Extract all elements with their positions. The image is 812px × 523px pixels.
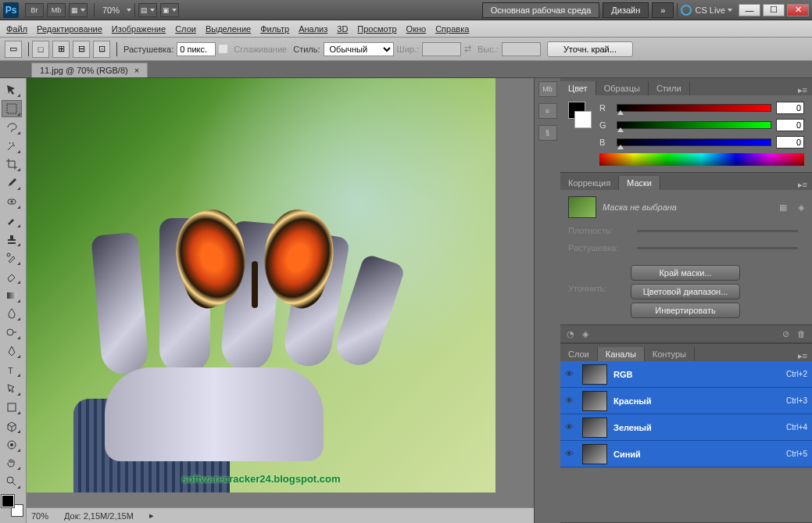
color-bg-swatch[interactable] xyxy=(574,111,592,128)
channel-row[interactable]: RGBCtrl+2 xyxy=(560,361,812,388)
type-tool-icon[interactable]: T xyxy=(2,361,22,378)
close-button[interactable]: ✕ xyxy=(787,4,809,16)
dock-brush-icon[interactable]: § xyxy=(538,125,557,141)
color-ramp[interactable] xyxy=(599,153,804,166)
g-slider[interactable] xyxy=(617,121,771,129)
zoom-dropdown-icon[interactable] xyxy=(127,9,131,12)
menu-analysis[interactable]: Анализ xyxy=(299,24,327,34)
feather-input[interactable] xyxy=(177,42,216,56)
arrange-docs-icon[interactable]: ▤ xyxy=(138,3,157,17)
panel-menu-icon[interactable]: ▸≡ xyxy=(793,85,812,95)
3d-tool-icon[interactable] xyxy=(2,417,22,435)
menu-help[interactable]: Справка xyxy=(435,24,469,34)
view-extras-icon[interactable]: ▦ xyxy=(69,3,88,17)
status-doc-size[interactable]: Док: 2,15M/2,15M xyxy=(64,511,134,521)
menu-3d[interactable]: 3D xyxy=(337,24,348,34)
tab-layers[interactable]: Слои xyxy=(560,347,598,361)
tool-preset-icon[interactable]: ▭ xyxy=(5,41,22,58)
b-value-input[interactable] xyxy=(776,136,804,149)
3d-camera-tool-icon[interactable] xyxy=(2,436,22,453)
workspace-button-design[interactable]: Дизайн xyxy=(603,2,649,18)
lasso-tool-icon[interactable] xyxy=(2,119,22,136)
eraser-tool-icon[interactable] xyxy=(2,268,22,285)
path-select-tool-icon[interactable] xyxy=(2,380,22,397)
g-value-input[interactable] xyxy=(776,119,804,131)
tab-adjustments[interactable]: Коррекция xyxy=(560,176,619,190)
healing-tool-icon[interactable] xyxy=(2,193,22,210)
foreground-color-swatch[interactable] xyxy=(2,495,14,507)
menu-window[interactable]: Окно xyxy=(406,24,427,34)
dock-minibridge-icon[interactable]: Mb xyxy=(538,81,557,97)
menu-edit[interactable]: Редактирование xyxy=(37,24,102,34)
menu-view[interactable]: Просмотр xyxy=(357,24,396,34)
history-brush-tool-icon[interactable] xyxy=(2,249,22,267)
dodge-tool-icon[interactable] xyxy=(2,324,22,341)
brush-tool-icon[interactable] xyxy=(2,212,22,229)
shape-tool-icon[interactable] xyxy=(2,399,22,416)
visibility-eye-icon[interactable] xyxy=(565,449,576,460)
status-zoom[interactable]: 70% xyxy=(31,511,48,521)
r-slider[interactable] xyxy=(617,104,771,112)
wand-tool-icon[interactable] xyxy=(2,138,22,155)
menu-layer[interactable]: Слои xyxy=(175,24,196,34)
mask-delete-icon[interactable]: 🗑 xyxy=(797,329,806,339)
mask-apply-icon[interactable]: ◈ xyxy=(582,329,588,339)
style-select[interactable]: Обычный xyxy=(324,42,394,56)
dock-history-icon[interactable]: ≡ xyxy=(538,103,557,119)
visibility-eye-icon[interactable] xyxy=(565,396,576,407)
tab-styles[interactable]: Стили xyxy=(649,81,690,95)
workspace-button-essentials[interactable]: Основная рабочая среда xyxy=(482,2,600,18)
r-value-input[interactable] xyxy=(776,102,804,114)
refine-edge-button[interactable]: Уточн. край... xyxy=(547,41,633,57)
pen-tool-icon[interactable] xyxy=(2,342,22,360)
bridge-icon[interactable]: Br xyxy=(25,3,44,17)
blur-tool-icon[interactable] xyxy=(2,306,22,323)
selection-intersect-icon[interactable]: ⊡ xyxy=(93,41,110,58)
tab-paths[interactable]: Контуры xyxy=(645,347,695,361)
screen-mode-icon[interactable]: ▣ xyxy=(160,3,179,17)
minimize-button[interactable]: — xyxy=(739,4,760,16)
mask-load-selection-icon[interactable]: ◔ xyxy=(567,329,574,339)
vector-mask-icon[interactable]: ◈ xyxy=(798,202,804,213)
panel-menu-icon[interactable]: ▸≡ xyxy=(793,351,812,361)
color-range-button[interactable]: Цветовой диапазон... xyxy=(631,284,740,299)
menu-select[interactable]: Выделение xyxy=(206,24,251,34)
b-slider[interactable] xyxy=(617,138,771,146)
menu-filter[interactable]: Фильтр xyxy=(260,24,289,34)
workspace-more-icon[interactable]: » xyxy=(652,2,674,18)
channel-row[interactable]: СинийCtrl+5 xyxy=(560,441,812,467)
channel-row[interactable]: КрасныйCtrl+3 xyxy=(560,388,812,414)
invert-button[interactable]: Инвертировать xyxy=(631,303,740,318)
tab-channels[interactable]: Каналы xyxy=(598,347,645,361)
gradient-tool-icon[interactable] xyxy=(2,287,22,304)
tab-masks[interactable]: Маски xyxy=(619,176,660,190)
stamp-tool-icon[interactable] xyxy=(2,231,22,248)
zoom-tool-icon[interactable] xyxy=(2,473,22,490)
crop-tool-icon[interactable] xyxy=(2,156,22,174)
minibridge-icon[interactable]: Mb xyxy=(47,3,66,17)
mask-disable-icon[interactable]: ⊘ xyxy=(782,329,789,339)
panel-menu-icon[interactable]: ▸≡ xyxy=(793,180,812,190)
eyedropper-tool-icon[interactable] xyxy=(2,174,22,192)
status-arrow-icon[interactable]: ▸ xyxy=(149,510,154,521)
channel-row[interactable]: ЗеленыйCtrl+4 xyxy=(560,414,812,441)
color-fg-bg[interactable] xyxy=(2,495,23,517)
menu-file[interactable]: Файл xyxy=(6,24,27,34)
maximize-button[interactable]: ☐ xyxy=(763,4,785,16)
move-tool-icon[interactable] xyxy=(2,81,22,99)
hand-tool-icon[interactable] xyxy=(2,455,22,472)
zoom-display[interactable]: 70% xyxy=(102,5,120,15)
menu-image[interactable]: Изображение xyxy=(112,24,166,34)
selection-subtract-icon[interactable]: ⊟ xyxy=(73,41,90,58)
pixel-mask-icon[interactable]: ▦ xyxy=(779,202,787,213)
marquee-tool-icon[interactable] xyxy=(2,100,22,117)
document-tab[interactable]: 11.jpg @ 70% (RGB/8) × xyxy=(31,63,148,77)
selection-add-icon[interactable]: ⊞ xyxy=(52,41,70,58)
document-canvas[interactable]: softwarecracker24.blogspot.com xyxy=(27,78,495,493)
cslive-button[interactable]: CS Live xyxy=(681,5,732,16)
visibility-eye-icon[interactable] xyxy=(565,422,576,433)
document-tab-close-icon[interactable]: × xyxy=(134,66,139,75)
mask-edge-button[interactable]: Край маски... xyxy=(631,265,740,281)
tab-color[interactable]: Цвет xyxy=(560,81,596,95)
selection-new-icon[interactable]: □ xyxy=(32,41,49,58)
